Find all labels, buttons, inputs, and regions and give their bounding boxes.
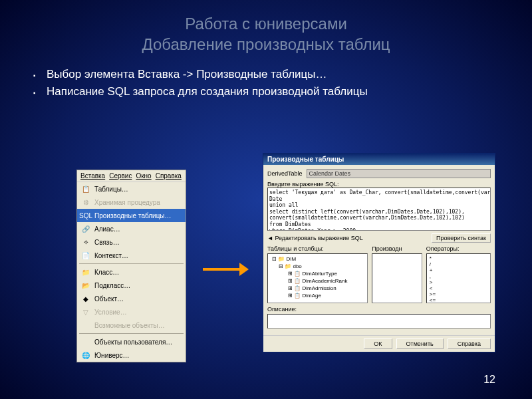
menu-label: Подкласс… [94, 282, 130, 289]
menu-label: Объект… [94, 295, 124, 303]
insert-menu: ВставкаСервисОкноСправка 📋Таблицы…⚙Храни… [76, 170, 186, 362]
tables-label: Таблицы и столбцы: [267, 245, 368, 252]
menu-item[interactable]: 🌐Юниверс… [77, 348, 186, 362]
ok-button[interactable]: ОК [364, 338, 392, 349]
expand-toggle[interactable]: ◄ Редактировать выражение SQL [267, 235, 363, 241]
menu-icon: 🔗 [80, 224, 91, 233]
arrow-icon [203, 263, 249, 276]
bullet-item: Выбор элемента Вставка -> Производные та… [33, 68, 499, 81]
page-number: 12 [483, 374, 495, 386]
menu-label: Алиас… [94, 225, 120, 233]
menu-item[interactable]: 🔗Алиас… [77, 222, 186, 235]
menu-item: Возможные объекты… [77, 319, 186, 332]
bullet-list: Выбор элемента Вставка -> Производные та… [33, 68, 499, 98]
dialog-titlebar: Производные таблицы [263, 154, 495, 165]
menu-item[interactable]: ◆Объект… [77, 292, 186, 305]
menu-label: Юниверс… [94, 352, 130, 359]
description-label: Описание: [267, 306, 491, 313]
menu-item[interactable]: 📂Подкласс… [77, 279, 186, 292]
menu-label: Условие… [94, 309, 127, 316]
table-name-input[interactable]: Calendar Dates [307, 169, 491, 178]
slide-title: Работа с юниверсами Добавление производн… [33, 13, 499, 55]
sql-textarea[interactable]: select 'Текущая дата' as Date_Char, conv… [267, 188, 491, 231]
menu-icon: ◆ [80, 294, 91, 303]
menu-label: Возможные объекты… [94, 322, 165, 329]
menu-item[interactable]: Объекты пользователя… [77, 335, 186, 348]
operators-list[interactable]: */+,><>=<=ANDBETWEEN...ANDIN [426, 253, 491, 303]
derived-label: Производн [372, 245, 422, 252]
menu-icon: 📋 [80, 184, 91, 194]
menu-icon [80, 337, 91, 346]
cancel-button[interactable]: Отменить [396, 338, 444, 349]
menu-label: Объекты пользователя… [94, 338, 172, 346]
derived-list[interactable] [372, 253, 422, 303]
menu-bar[interactable]: ВставкаСервисОкноСправка [77, 170, 186, 182]
operators-label: Операторы: [426, 245, 491, 252]
menu-icon: ▽ [80, 307, 91, 317]
menu-icon: SQL [80, 211, 91, 220]
help-button[interactable]: Справка [448, 338, 491, 349]
derived-tables-dialog: Производные таблицы DerivedTable Calenda… [263, 153, 495, 352]
menu-item[interactable]: 📄Контекст… [77, 249, 186, 262]
menu-icon: ⚙ [80, 198, 91, 207]
menu-icon: ⟡ [80, 237, 91, 247]
menu-item: ⚙Хранимая процедура [77, 196, 186, 209]
check-syntax-button[interactable]: Проверить синтак [432, 233, 491, 243]
menu-label: Контекст… [94, 252, 128, 259]
menu-icon: 🌐 [80, 350, 91, 360]
menu-icon: 📄 [80, 251, 91, 260]
menu-item: ▽Условие… [77, 305, 186, 319]
menu-label: Таблицы… [94, 186, 128, 193]
menu-icon: 📁 [80, 267, 91, 277]
menu-icon: 📂 [80, 281, 91, 290]
description-input[interactable] [267, 314, 491, 329]
bullet-item: Написание SQL запроса для создания произ… [33, 85, 499, 98]
menu-item[interactable]: SQLПроизводные таблицы… [77, 209, 186, 222]
sql-label: Введите выражение SQL: [267, 181, 491, 188]
menu-item[interactable]: 📋Таблицы… [77, 182, 186, 196]
tables-tree[interactable]: ⊟ 📁 DIM ⊟ 📁 dbo ⊞ 📋 DimAbiturType ⊞ 📋 Di… [267, 253, 368, 303]
menu-item[interactable]: 📁Класс… [77, 265, 186, 279]
menu-label: Связь… [94, 239, 120, 246]
menu-label: Класс… [94, 269, 119, 276]
menu-label: Производные таблицы… [94, 212, 172, 219]
menu-item[interactable]: ⟡Связь… [77, 235, 186, 249]
name-label: DerivedTable [267, 170, 303, 177]
menu-label: Хранимая процедура [94, 199, 160, 206]
menu-icon [80, 321, 91, 330]
